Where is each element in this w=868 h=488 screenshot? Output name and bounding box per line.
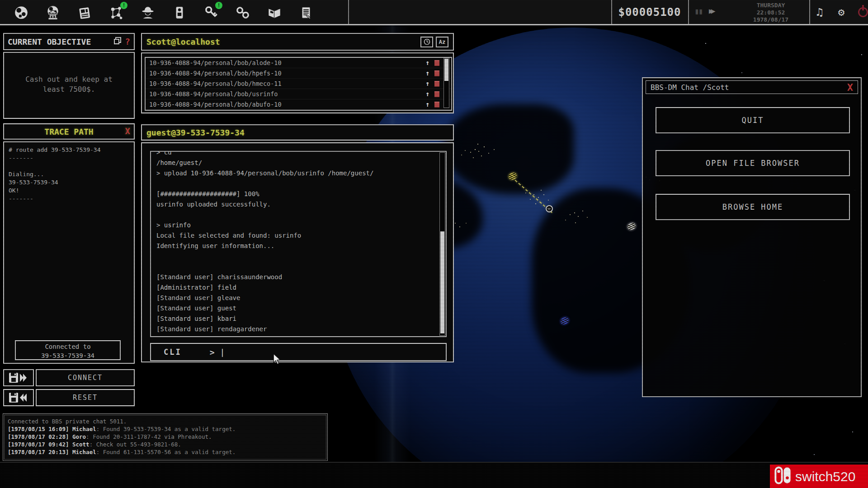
pause-icon[interactable]: ▮▮	[694, 6, 703, 16]
top-toolbar: ! ! $00005100 ▮▮	[0, 0, 868, 25]
reset-button[interactable]: RESET	[36, 389, 135, 406]
bbs-dm-chat-title: BBS-DM Chat /Scott	[651, 83, 729, 92]
terminal-line: [Standard user] kbari	[156, 314, 446, 324]
delete-icon[interactable]	[434, 91, 439, 97]
file-path: 10-936-4088-94/personal/bob/abufo-10	[149, 99, 282, 110]
browse-home-button[interactable]: BROWSE HOME	[656, 194, 850, 220]
terminal-line: [####################] 100%	[156, 189, 446, 199]
bank-icon[interactable]	[43, 4, 62, 22]
file-row[interactable]: 10-936-4088-94/personal/bob/hmeco-11 ↑	[146, 79, 451, 89]
trace-log-line: # route add 39-533-7539-34	[9, 146, 129, 154]
city-lights	[574, 212, 575, 213]
upload-icon[interactable]: ↑	[425, 79, 429, 89]
upload-icon[interactable]: ↑	[425, 58, 429, 68]
save-forward-icon[interactable]	[3, 369, 34, 386]
newspaper-icon[interactable]	[75, 4, 94, 22]
map-node-server-icon[interactable]	[561, 318, 569, 324]
file-manager-header: Scott@localhost Az	[141, 33, 454, 51]
scrollbar-thumb[interactable]	[444, 59, 448, 81]
terminal-line: /home/guest/	[156, 158, 446, 168]
save-rewind-icon[interactable]	[3, 389, 34, 406]
cli-input[interactable]: CLI > |	[150, 343, 447, 361]
world-map-icon[interactable]	[12, 4, 31, 22]
file-list-scrollbar[interactable]	[443, 58, 449, 108]
terminal-line: [Standard user] rendagardener	[156, 324, 446, 334]
trace-log-line	[9, 162, 129, 170]
file-path: 10-936-4088-94/personal/bob/alode-10	[149, 58, 282, 68]
network-icon[interactable]: !	[107, 4, 126, 22]
delete-icon[interactable]	[434, 60, 439, 66]
upload-icon[interactable]: ↑	[425, 68, 429, 79]
scrollbar-thumb[interactable]	[440, 231, 444, 333]
sort-az-icon[interactable]: Az	[436, 37, 448, 47]
connected-status[interactable]: Connected to 39-533-7539-34	[15, 340, 121, 360]
delete-icon[interactable]	[434, 102, 439, 108]
file-row[interactable]: 10-936-4088-94/personal/bob/hpefs-10 ↑	[146, 68, 451, 79]
trace-path-header: TRACE PATH X	[3, 123, 135, 140]
sort-time-icon[interactable]	[420, 37, 433, 47]
objective-panel: Cash out and keep at least 7500$.	[3, 52, 135, 119]
terminal-line: > usrinfo	[156, 220, 446, 230]
map-node-relay-icon[interactable]	[546, 205, 553, 212]
handcuffs-icon[interactable]	[233, 4, 252, 22]
bbs-chat-log: Connected to BBS private chat 5011.[1978…	[3, 413, 328, 461]
trace-log-line: -------	[9, 154, 129, 162]
file-manager-title: Scott@localhost	[146, 37, 220, 47]
terminal-line: [Standard user] charissaunderwood	[156, 272, 446, 282]
close-icon[interactable]: X	[125, 126, 130, 136]
map-node-server-icon[interactable]	[627, 223, 636, 230]
software-book-icon[interactable]	[265, 4, 284, 22]
quit-button[interactable]: QUIT	[656, 107, 850, 133]
trace-log: # route add 39-533-7539-34------- Dialin…	[4, 142, 134, 206]
file-row[interactable]: 10-936-4088-94/personal/bob/alode-10 ↑	[146, 58, 451, 68]
terminal-line	[156, 178, 446, 189]
spy-icon[interactable]	[138, 4, 157, 22]
close-icon[interactable]: X	[847, 82, 853, 93]
power-icon[interactable]	[855, 5, 868, 20]
cli-prompt: >	[210, 347, 215, 357]
money-counter: $00005100	[611, 0, 688, 24]
map-node-server-icon[interactable]	[509, 173, 517, 179]
chat-log-line: [1978/08/17 09:42] Scott: Check out 55-4…	[8, 441, 323, 448]
objective-help-icon[interactable]: ?	[125, 37, 130, 47]
terminal-line: [Administrator] field	[156, 282, 446, 293]
music-icon[interactable]: ♫	[812, 5, 827, 20]
terminal-line: Local file selected and found: usrinfo	[156, 230, 446, 241]
objective-text-line2: least 7500$.	[4, 84, 134, 94]
restore-window-icon[interactable]	[113, 37, 122, 47]
terminal-line	[156, 251, 446, 262]
notepad-icon[interactable]	[297, 4, 316, 22]
keys-icon[interactable]: !	[202, 4, 221, 22]
terminal-output[interactable]: > cd/home/guest/> upload 10-936-4088-94/…	[150, 151, 447, 337]
bbs-dm-chat-panel: BBS-DM Chat /Scott X QUIT OPEN FILE BROW…	[642, 77, 862, 397]
switch-logo-icon	[774, 466, 792, 488]
trace-log-line: 39-533-7539-34	[9, 178, 129, 187]
notification-badge: !	[120, 2, 127, 9]
delete-icon[interactable]	[434, 81, 439, 87]
connect-button[interactable]: CONNECT	[36, 369, 135, 386]
file-row[interactable]: 10-936-4088-94/personal/bob/usrinfo ↑	[146, 89, 451, 99]
file-list: 10-936-4088-94/personal/bob/alode-10 ↑ 1…	[145, 57, 452, 111]
terminal-line	[156, 262, 446, 272]
upload-icon[interactable]: ↑	[425, 89, 429, 99]
toolbar-divider	[809, 0, 810, 24]
chat-log-line: [1978/08/17 20:13] Michael: Found 61-131…	[8, 448, 323, 456]
terminal-scrollbar[interactable]	[439, 152, 445, 336]
settings-gear-icon[interactable]: ⚙	[834, 5, 849, 20]
watermark: switch520	[770, 465, 868, 488]
game-clock: THURSDAY 22:08:52 1978/08/17	[737, 2, 805, 23]
bbs-dm-chat-header: BBS-DM Chat /Scott X	[646, 80, 858, 94]
file-path: 10-936-4088-94/personal/bob/usrinfo	[149, 89, 278, 99]
terminal-line: [Standard user] guest	[156, 303, 446, 314]
phreakout-icon[interactable]	[170, 4, 189, 22]
delete-icon[interactable]	[434, 70, 439, 76]
open-file-browser-button[interactable]: OPEN FILE BROWSER	[656, 150, 850, 176]
upload-icon[interactable]: ↑	[425, 99, 429, 110]
file-path: 10-936-4088-94/personal/bob/hmeco-11	[149, 79, 282, 89]
toolbar-divider	[688, 0, 689, 24]
file-row[interactable]: 10-936-4088-94/personal/bob/abufo-10 ↑	[146, 99, 451, 110]
fast-forward-icon[interactable]: ▶▶	[709, 6, 712, 15]
clock-day: THURSDAY	[737, 2, 805, 9]
game-screen: ! ! $00005100 ▮▮	[0, 0, 868, 488]
objective-header: CURRENT OBJECTIVE ?	[3, 33, 135, 50]
